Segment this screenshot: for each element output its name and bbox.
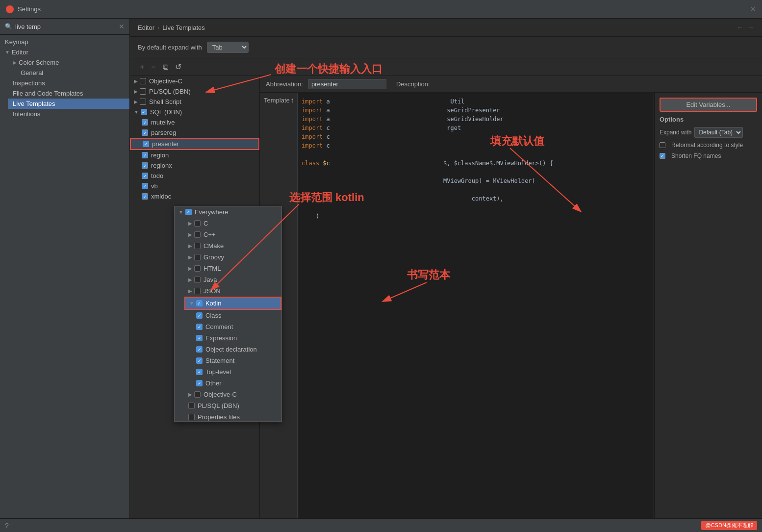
region-checkbox[interactable] [142,152,148,158]
group-shell-script[interactable]: ▶ Shell Script [130,97,259,107]
sidebar-item-inspections[interactable]: Inspections [8,78,129,88]
cmake-checkbox[interactable] [194,243,201,249]
dd-item-statement[interactable]: Statement [192,355,281,366]
tpl-item-regionx[interactable]: regionx [130,160,259,171]
sidebar-item-live-templates[interactable]: Live Templates [8,99,129,109]
code-line-12: context), [302,194,650,203]
cmake-arrow: ▶ [188,243,192,249]
groovy-checkbox[interactable] [194,254,201,260]
code-line-8: class $c $, $className$.MViewHolder>() { [302,159,650,168]
reformat-option: Reformat according to style [660,142,757,149]
tpl-item-xmldoc[interactable]: xmldoc [130,191,259,202]
dd-item-json[interactable]: ▶ JSON [184,285,281,297]
group-objective-c[interactable]: ▶ Objective-C [130,76,259,86]
tpl-item-todo[interactable]: todo [130,171,259,181]
code-line-10: MViewGroup) = MViewHolder( [302,177,650,185]
shell-script-checkbox[interactable] [140,99,146,105]
dd-item-top-level[interactable]: Top-level [192,366,281,378]
expand-with-option-select[interactable]: Default (Tab) Tab Enter [694,127,743,138]
html-checkbox[interactable] [194,265,201,272]
dd-item-groovy[interactable]: ▶ Groovy [184,252,281,263]
sql-dbn-checkbox[interactable] [141,109,147,115]
sidebar-item-file-templates[interactable]: File and Code Templates [8,88,129,99]
dd-item-other[interactable]: Other [192,378,281,389]
dd-item-expression[interactable]: Expression [192,332,281,344]
shorten-checkbox[interactable] [660,153,665,159]
dd-item-properties[interactable]: Properties files [184,411,281,422]
dd-item-c[interactable]: ▶ C [184,218,281,229]
plsql-dd-label: PL/SQL (DBN) [198,402,239,409]
dd-item-class[interactable]: Class [192,310,281,321]
todo-checkbox[interactable] [142,173,148,179]
class-checkbox[interactable] [196,312,203,319]
sidebar-item-keymap[interactable]: Keymap [0,37,129,47]
cpp-checkbox[interactable] [194,231,201,238]
dd-item-cmake[interactable]: ▶ CMake [184,240,281,252]
java-label: Java [203,276,217,283]
template-text-label: Template t [260,93,297,108]
plsql-dd-checkbox[interactable] [188,403,195,409]
group-sql-dbn[interactable]: ▼ SQL (DBN) [130,107,259,117]
expand-with-select[interactable]: Tab Enter Space [207,42,249,53]
back-arrow[interactable]: ← [737,24,743,31]
forward-arrow[interactable]: → [747,24,754,31]
remove-button[interactable]: − [149,62,157,73]
dd-item-everywhere[interactable]: ▼ Everywhere [175,206,281,218]
c-checkbox[interactable] [194,220,201,227]
dd-item-plsql[interactable]: PL/SQL (DBN) [184,400,281,411]
sidebar-item-color-scheme[interactable]: ▶ Color Scheme [8,57,129,68]
object-declaration-checkbox[interactable] [196,346,203,353]
plsql-checkbox[interactable] [140,88,146,95]
xmldoc-checkbox[interactable] [142,193,148,200]
abbreviation-input[interactable] [308,79,386,89]
search-input[interactable] [15,23,119,30]
presenter-checkbox[interactable] [143,141,149,147]
tpl-item-region[interactable]: region [130,150,259,160]
expand-with-row: By default expand with Tab Enter Space [130,37,762,58]
code-editor[interactable]: import a Util import a seGridPresenter i… [297,93,654,519]
reset-button[interactable]: ↺ [173,61,183,73]
tpl-item-mutelive[interactable]: mutelive [130,117,259,127]
tpl-item-parsereg[interactable]: parsereg [130,127,259,138]
regionx-checkbox[interactable] [142,162,148,169]
object-declaration-label: Object declaration [205,346,257,353]
parsereg-checkbox[interactable] [142,129,148,136]
objective-c-checkbox[interactable] [140,78,146,84]
add-button[interactable]: + [138,62,146,73]
other-checkbox[interactable] [196,380,203,386]
right-panel: Abbreviation: Description: Template t im… [260,76,762,532]
statement-checkbox[interactable] [196,357,203,364]
help-icon[interactable]: ? [5,522,9,530]
kotlin-checkbox[interactable] [196,300,203,306]
objective-c-dd-arrow: ▶ [188,392,192,397]
dd-item-cpp[interactable]: ▶ C++ [184,229,281,240]
dd-item-kotlin[interactable]: ▼ Kotlin [184,297,281,310]
group-plsql[interactable]: ▶ PL/SQL (DBN) [130,86,259,97]
sidebar-item-intentions[interactable]: Intentions [8,109,129,119]
copy-button[interactable]: ⧉ [161,62,170,73]
dd-item-html[interactable]: ▶ HTML [184,263,281,274]
top-level-checkbox[interactable] [196,369,203,375]
vb-checkbox[interactable] [142,183,148,189]
everywhere-checkbox[interactable] [185,209,192,215]
objective-c-dd-checkbox[interactable] [194,391,201,398]
close-button[interactable]: ✕ [750,4,756,14]
expression-checkbox[interactable] [196,335,203,341]
edit-variables-button[interactable]: Edit Variables... [660,98,757,112]
reformat-checkbox[interactable] [660,142,665,148]
sidebar-item-editor[interactable]: ▼ Editor [0,47,129,57]
tpl-item-vb[interactable]: vb [130,181,259,191]
dd-item-objective-c[interactable]: ▶ Objective-C [184,389,281,400]
dd-item-object-declaration[interactable]: Object declaration [192,344,281,355]
presenter-label: presenter [152,140,179,148]
json-checkbox[interactable] [194,288,201,294]
dd-item-java[interactable]: ▶ Java [184,274,281,285]
comment-checkbox[interactable] [196,324,203,330]
tpl-item-presenter[interactable]: presenter [130,138,259,150]
mutelive-checkbox[interactable] [142,119,148,126]
sidebar-item-general[interactable]: General [16,68,129,78]
search-clear-icon[interactable]: ✕ [119,23,125,30]
properties-checkbox[interactable] [188,414,195,420]
dd-item-comment[interactable]: Comment [192,321,281,332]
java-checkbox[interactable] [194,277,201,283]
